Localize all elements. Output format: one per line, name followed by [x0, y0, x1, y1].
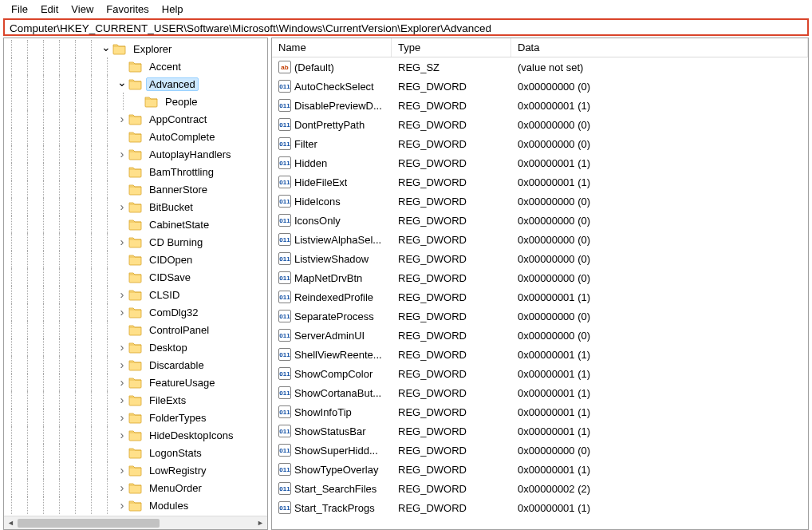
- chevron-right-icon[interactable]: ›: [116, 428, 128, 441]
- hscroll-thumb[interactable]: [18, 519, 160, 528]
- value-row[interactable]: 011HideFileExtREG_DWORD0x00000001 (1): [272, 172, 808, 192]
- chevron-right-icon[interactable]: ›: [116, 340, 128, 353]
- tree-item[interactable]: ›ComDlg32: [4, 303, 267, 321]
- tree-item[interactable]: BamThrottling: [4, 163, 267, 180]
- hscroll-left-arrow-icon[interactable]: ◄: [4, 516, 18, 530]
- tree-item[interactable]: ›AppContract: [4, 110, 267, 128]
- tree-item[interactable]: ⌄Advanced: [4, 75, 267, 93]
- value-row[interactable]: 011ShowCortanaBut...REG_DWORD0x00000001 …: [272, 383, 808, 402]
- chevron-right-icon[interactable]: ›: [116, 287, 128, 300]
- chevron-right-icon[interactable]: ›: [116, 200, 128, 212]
- chevron-right-icon[interactable]: ›: [116, 463, 128, 476]
- tree-item[interactable]: CIDOpen: [4, 251, 267, 268]
- menu-file[interactable]: File: [5, 2, 34, 17]
- menu-favorites[interactable]: Favorites: [100, 2, 155, 17]
- tree-item[interactable]: AutoComplete: [4, 128, 267, 145]
- value-row[interactable]: 011ShowTypeOverlayREG_DWORD0x00000001 (1…: [272, 460, 808, 479]
- tree-item[interactable]: ⌄Explorer: [4, 40, 267, 57]
- tree-item[interactable]: ›FolderTypes: [4, 409, 267, 426]
- hscroll-track[interactable]: [18, 516, 254, 530]
- menu-edit[interactable]: Edit: [34, 2, 65, 17]
- chevron-right-icon[interactable]: ›: [116, 375, 128, 388]
- value-row[interactable]: 011Start_SearchFilesREG_DWORD0x00000002 …: [272, 479, 808, 498]
- dword-value-icon: 011: [278, 386, 291, 399]
- value-row[interactable]: 011ReindexedProfileREG_DWORD0x00000001 (…: [272, 287, 808, 307]
- chevron-right-icon[interactable]: ›: [116, 305, 128, 318]
- value-row[interactable]: 011ShowCompColorREG_DWORD0x00000001 (1): [272, 364, 808, 383]
- value-row[interactable]: 011ListviewAlphaSel...REG_DWORD0x0000000…: [272, 230, 808, 249]
- menu-view[interactable]: View: [65, 2, 100, 17]
- tree-item[interactable]: ControlPanel: [4, 321, 267, 338]
- tree-guide: [4, 57, 20, 75]
- tree-guide: [100, 198, 116, 216]
- tree-horizontal-scrollbar[interactable]: ◄ ►: [4, 516, 267, 529]
- value-row[interactable]: 011ShowInfoTipREG_DWORD0x00000001 (1): [272, 402, 808, 421]
- tree-item[interactable]: BannerStore: [4, 180, 267, 198]
- tree-item[interactable]: People: [4, 93, 267, 110]
- value-row[interactable]: 011ShellViewReente...REG_DWORD0x00000001…: [272, 345, 808, 364]
- value-row[interactable]: 011HiddenREG_DWORD0x00000001 (1): [272, 153, 808, 172]
- value-name: ShowSuperHidd...: [294, 445, 378, 457]
- tree-guide: [68, 303, 84, 321]
- value-row[interactable]: ab(Default)REG_SZ(value not set): [272, 57, 808, 77]
- value-name-cell: 011ShowInfoTip: [272, 405, 392, 418]
- tree-guide: [68, 110, 84, 128]
- value-row[interactable]: 011HideIconsREG_DWORD0x00000000 (0): [272, 192, 808, 211]
- tree-item[interactable]: ›CD Burning: [4, 233, 267, 251]
- tree-item[interactable]: ›MenuOrder: [4, 479, 267, 496]
- value-row[interactable]: 011DisablePreviewD...REG_DWORD0x00000001…: [272, 96, 808, 115]
- tree-guide: [36, 268, 52, 286]
- tree-item[interactable]: CabinetState: [4, 216, 267, 233]
- tree-item[interactable]: ›HideDesktopIcons: [4, 426, 267, 444]
- value-row[interactable]: 011IconsOnlyREG_DWORD0x00000000 (0): [272, 211, 808, 230]
- value-row[interactable]: 011ShowStatusBarREG_DWORD0x00000001 (1): [272, 421, 808, 441]
- tree-item[interactable]: ›LowRegistry: [4, 461, 267, 479]
- column-header-name[interactable]: Name: [272, 38, 392, 57]
- tree-item[interactable]: ›FeatureUsage: [4, 374, 267, 391]
- value-row[interactable]: 011FilterREG_DWORD0x00000000 (0): [272, 134, 808, 153]
- chevron-right-icon[interactable]: ›: [116, 235, 128, 247]
- chevron-down-icon[interactable]: ⌄: [116, 76, 128, 89]
- chevron-right-icon[interactable]: ›: [116, 112, 128, 125]
- chevron-right-icon[interactable]: ›: [116, 481, 128, 493]
- chevron-right-icon[interactable]: ›: [116, 147, 128, 160]
- folder-icon: [128, 481, 143, 494]
- column-header-type[interactable]: Type: [392, 38, 511, 57]
- tree-item[interactable]: CIDSave: [4, 268, 267, 286]
- menu-help[interactable]: Help: [156, 2, 190, 17]
- tree-item[interactable]: ›CLSID: [4, 286, 267, 303]
- chevron-right-icon[interactable]: ›: [116, 410, 128, 423]
- tree-item[interactable]: ›Modules: [4, 496, 267, 514]
- value-type: REG_DWORD: [392, 483, 511, 495]
- value-name-cell: ab(Default): [272, 61, 392, 73]
- value-name: MapNetDrvBtn: [294, 272, 362, 284]
- tree-item[interactable]: ›AutoplayHandlers: [4, 145, 267, 163]
- hscroll-right-arrow-icon[interactable]: ►: [254, 516, 267, 530]
- column-header-data[interactable]: Data: [511, 38, 808, 57]
- value-name-cell: 011ShowStatusBar: [272, 425, 392, 437]
- tree-scroll[interactable]: ⌄ExplorerAccent⌄AdvancedPeople›AppContra…: [4, 38, 267, 516]
- tree-guide: [52, 57, 68, 75]
- value-row[interactable]: 011MapNetDrvBtnREG_DWORD0x00000000 (0): [272, 268, 808, 287]
- value-row[interactable]: 011DontPrettyPathREG_DWORD0x00000000 (0): [272, 115, 808, 134]
- chevron-right-icon[interactable]: ›: [116, 393, 128, 405]
- chevron-down-icon[interactable]: ⌄: [100, 41, 112, 53]
- tree-item[interactable]: ›Desktop: [4, 338, 267, 356]
- value-data: 0x00000001 (1): [511, 291, 808, 303]
- tree-item[interactable]: Accent: [4, 57, 267, 75]
- tree-item[interactable]: ›Discardable: [4, 356, 267, 374]
- value-row[interactable]: 011Start_TrackProgsREG_DWORD0x00000001 (…: [272, 498, 808, 517]
- tree-item[interactable]: ›BitBucket: [4, 198, 267, 216]
- value-row[interactable]: 011SeparateProcessREG_DWORD0x00000000 (0…: [272, 307, 808, 326]
- values-scroll[interactable]: ab(Default)REG_SZ(value not set)011AutoC…: [272, 57, 808, 529]
- chevron-right-icon[interactable]: ›: [116, 498, 128, 511]
- value-row[interactable]: 011ShowSuperHidd...REG_DWORD0x00000000 (…: [272, 441, 808, 460]
- address-bar[interactable]: Computer\HKEY_CURRENT_USER\Software\Micr…: [3, 18, 809, 36]
- tree-item[interactable]: LogonStats: [4, 444, 267, 461]
- chevron-right-icon[interactable]: ›: [116, 358, 128, 370]
- value-row[interactable]: 011ListviewShadowREG_DWORD0x00000000 (0): [272, 249, 808, 268]
- value-row[interactable]: 011ServerAdminUIREG_DWORD0x00000000 (0): [272, 326, 808, 345]
- value-row[interactable]: 011AutoCheckSelectREG_DWORD0x00000000 (0…: [272, 77, 808, 96]
- tree-item[interactable]: ›FileExts: [4, 391, 267, 409]
- tree-guide: [20, 180, 36, 198]
